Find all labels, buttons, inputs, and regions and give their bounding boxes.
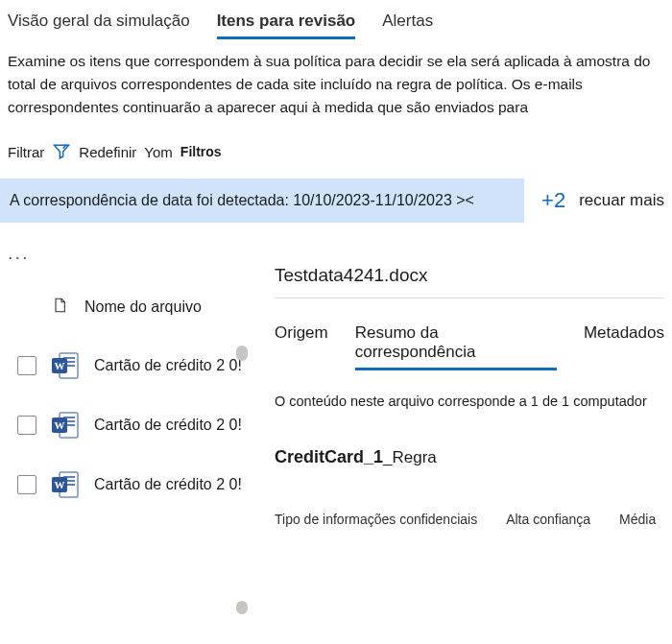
- scrollbar-thumb[interactable]: [236, 346, 248, 361]
- tab-metadata[interactable]: Metadados: [584, 323, 664, 370]
- scrollbar[interactable]: [236, 346, 250, 595]
- filter-pill-row: A correspondência de data foi detectada:…: [0, 179, 672, 240]
- tab-source[interactable]: Origem: [275, 323, 328, 370]
- yom-text: Yom: [144, 144, 172, 160]
- file-list-header: Nome do arquivo: [0, 295, 248, 333]
- filter-label[interactable]: Filtrar: [8, 144, 44, 160]
- more-filters-count[interactable]: +2: [534, 188, 569, 213]
- word-doc-icon: W: [50, 350, 81, 381]
- tab-review[interactable]: Itens para revisão: [217, 12, 356, 39]
- tab-summary[interactable]: Resumo da correspondência: [355, 323, 557, 370]
- rule-heading: CreditCard_1_Regra: [275, 409, 664, 467]
- svg-text:W: W: [55, 479, 65, 490]
- row-checkbox[interactable]: [17, 416, 36, 435]
- scrollbar-thumb[interactable]: [236, 601, 248, 614]
- word-doc-icon: W: [50, 469, 81, 500]
- tab-alerts[interactable]: Alertas: [382, 12, 433, 39]
- filters-label[interactable]: Filtros: [180, 144, 222, 159]
- filter-pill-date[interactable]: A correspondência de data foi detectada:…: [0, 179, 524, 223]
- filter-bar: Filtrar Redefinir Yom Filtros: [0, 119, 672, 179]
- file-list-panel: ··· Nome do arquivo W: [0, 240, 248, 643]
- table-row[interactable]: W Cartão de crédito 2 0!: [0, 350, 248, 381]
- more-menu-button[interactable]: ···: [0, 240, 248, 295]
- col-high: Alta confiança: [506, 512, 590, 527]
- col-med: Média: [619, 512, 656, 527]
- file-name: Cartão de crédito 2 0!: [94, 357, 242, 374]
- svg-text:W: W: [55, 360, 65, 371]
- confidence-header: Tipo de informações confidenciais Alta c…: [275, 467, 664, 527]
- word-doc-icon: W: [50, 410, 81, 441]
- reset-link[interactable]: Redefinir: [79, 144, 136, 160]
- column-header-filename[interactable]: Nome do arquivo: [84, 298, 202, 316]
- detail-tabs: Origem Resumo da correspondência Metadad…: [275, 298, 664, 370]
- file-icon: [52, 297, 67, 318]
- table-row[interactable]: W Cartão de crédito 2 0!: [0, 410, 248, 441]
- page-description: Examine os itens que correspondem à sua …: [0, 40, 672, 119]
- funnel-reset-icon[interactable]: [52, 142, 71, 161]
- file-name: Cartão de crédito 2 0!: [94, 417, 242, 434]
- show-more-filters[interactable]: recuar mais: [579, 191, 664, 210]
- file-name: Cartão de crédito 2 0!: [94, 476, 242, 493]
- rule-suffix: _Regra: [383, 448, 437, 466]
- detail-title: Testdata4241.docx: [275, 246, 664, 286]
- row-checkbox[interactable]: [17, 475, 36, 494]
- detail-panel: Testdata4241.docx Origem Resumo da corre…: [248, 240, 672, 643]
- svg-text:W: W: [55, 419, 65, 431]
- table-row[interactable]: W Cartão de crédito 2 0!: [0, 469, 248, 500]
- main-tabs: Visão geral da simulação Itens para revi…: [0, 0, 672, 39]
- rule-name: CreditCard_1: [275, 447, 383, 466]
- col-sit: Tipo de informações confidenciais: [275, 512, 477, 527]
- summary-description: O conteúdo neste arquivo corresponde a 1…: [275, 370, 664, 409]
- row-checkbox[interactable]: [17, 356, 36, 375]
- tab-overview[interactable]: Visão geral da simulação: [8, 12, 190, 39]
